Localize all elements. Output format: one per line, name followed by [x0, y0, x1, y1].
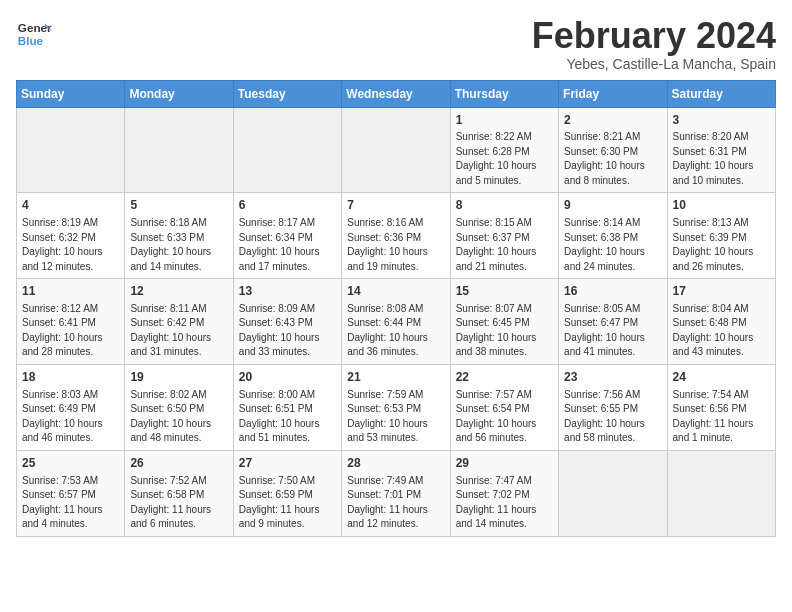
day-number: 14 [347, 283, 444, 300]
calendar-week-row: 18Sunrise: 8:03 AM Sunset: 6:49 PM Dayli… [17, 364, 776, 450]
title-area: February 2024 Yebes, Castille-La Mancha,… [532, 16, 776, 72]
day-number: 1 [456, 112, 553, 129]
calendar-cell: 8Sunrise: 8:15 AM Sunset: 6:37 PM Daylig… [450, 193, 558, 279]
day-number: 29 [456, 455, 553, 472]
day-number: 16 [564, 283, 661, 300]
day-number: 24 [673, 369, 770, 386]
month-title: February 2024 [532, 16, 776, 56]
day-info: Sunrise: 7:52 AM Sunset: 6:58 PM Dayligh… [130, 474, 227, 532]
day-number: 17 [673, 283, 770, 300]
calendar-cell: 23Sunrise: 7:56 AM Sunset: 6:55 PM Dayli… [559, 364, 667, 450]
calendar-cell: 25Sunrise: 7:53 AM Sunset: 6:57 PM Dayli… [17, 450, 125, 536]
calendar-week-row: 4Sunrise: 8:19 AM Sunset: 6:32 PM Daylig… [17, 193, 776, 279]
day-info: Sunrise: 8:20 AM Sunset: 6:31 PM Dayligh… [673, 130, 770, 188]
day-number: 5 [130, 197, 227, 214]
day-info: Sunrise: 8:03 AM Sunset: 6:49 PM Dayligh… [22, 388, 119, 446]
calendar-week-row: 1Sunrise: 8:22 AM Sunset: 6:28 PM Daylig… [17, 107, 776, 193]
calendar-cell [233, 107, 341, 193]
logo: General Blue [16, 16, 52, 52]
day-info: Sunrise: 8:16 AM Sunset: 6:36 PM Dayligh… [347, 216, 444, 274]
day-info: Sunrise: 8:07 AM Sunset: 6:45 PM Dayligh… [456, 302, 553, 360]
calendar-cell: 2Sunrise: 8:21 AM Sunset: 6:30 PM Daylig… [559, 107, 667, 193]
calendar-cell: 29Sunrise: 7:47 AM Sunset: 7:02 PM Dayli… [450, 450, 558, 536]
day-info: Sunrise: 7:57 AM Sunset: 6:54 PM Dayligh… [456, 388, 553, 446]
day-info: Sunrise: 8:17 AM Sunset: 6:34 PM Dayligh… [239, 216, 336, 274]
weekday-header: Thursday [450, 80, 558, 107]
day-number: 21 [347, 369, 444, 386]
day-info: Sunrise: 7:50 AM Sunset: 6:59 PM Dayligh… [239, 474, 336, 532]
day-number: 13 [239, 283, 336, 300]
day-info: Sunrise: 8:12 AM Sunset: 6:41 PM Dayligh… [22, 302, 119, 360]
calendar-cell: 7Sunrise: 8:16 AM Sunset: 6:36 PM Daylig… [342, 193, 450, 279]
calendar-cell: 13Sunrise: 8:09 AM Sunset: 6:43 PM Dayli… [233, 279, 341, 365]
calendar-cell: 20Sunrise: 8:00 AM Sunset: 6:51 PM Dayli… [233, 364, 341, 450]
day-number: 22 [456, 369, 553, 386]
day-info: Sunrise: 7:47 AM Sunset: 7:02 PM Dayligh… [456, 474, 553, 532]
day-number: 28 [347, 455, 444, 472]
calendar-cell: 4Sunrise: 8:19 AM Sunset: 6:32 PM Daylig… [17, 193, 125, 279]
day-number: 11 [22, 283, 119, 300]
calendar-cell: 27Sunrise: 7:50 AM Sunset: 6:59 PM Dayli… [233, 450, 341, 536]
calendar-cell [17, 107, 125, 193]
day-info: Sunrise: 8:05 AM Sunset: 6:47 PM Dayligh… [564, 302, 661, 360]
day-number: 18 [22, 369, 119, 386]
day-info: Sunrise: 7:56 AM Sunset: 6:55 PM Dayligh… [564, 388, 661, 446]
weekday-header: Tuesday [233, 80, 341, 107]
day-info: Sunrise: 8:13 AM Sunset: 6:39 PM Dayligh… [673, 216, 770, 274]
day-info: Sunrise: 8:09 AM Sunset: 6:43 PM Dayligh… [239, 302, 336, 360]
day-number: 12 [130, 283, 227, 300]
day-info: Sunrise: 8:00 AM Sunset: 6:51 PM Dayligh… [239, 388, 336, 446]
calendar-cell: 6Sunrise: 8:17 AM Sunset: 6:34 PM Daylig… [233, 193, 341, 279]
weekday-header-row: SundayMondayTuesdayWednesdayThursdayFrid… [17, 80, 776, 107]
calendar-cell [667, 450, 775, 536]
day-number: 10 [673, 197, 770, 214]
page-header: General Blue February 2024 Yebes, Castil… [16, 16, 776, 72]
day-number: 2 [564, 112, 661, 129]
calendar-cell: 28Sunrise: 7:49 AM Sunset: 7:01 PM Dayli… [342, 450, 450, 536]
calendar-cell: 10Sunrise: 8:13 AM Sunset: 6:39 PM Dayli… [667, 193, 775, 279]
calendar-cell: 18Sunrise: 8:03 AM Sunset: 6:49 PM Dayli… [17, 364, 125, 450]
day-number: 15 [456, 283, 553, 300]
day-number: 4 [22, 197, 119, 214]
weekday-header: Sunday [17, 80, 125, 107]
day-number: 3 [673, 112, 770, 129]
day-number: 27 [239, 455, 336, 472]
calendar-cell: 9Sunrise: 8:14 AM Sunset: 6:38 PM Daylig… [559, 193, 667, 279]
day-info: Sunrise: 7:49 AM Sunset: 7:01 PM Dayligh… [347, 474, 444, 532]
day-info: Sunrise: 8:21 AM Sunset: 6:30 PM Dayligh… [564, 130, 661, 188]
weekday-header: Monday [125, 80, 233, 107]
location: Yebes, Castille-La Mancha, Spain [532, 56, 776, 72]
day-number: 26 [130, 455, 227, 472]
calendar-cell [125, 107, 233, 193]
day-number: 8 [456, 197, 553, 214]
day-number: 25 [22, 455, 119, 472]
day-info: Sunrise: 7:53 AM Sunset: 6:57 PM Dayligh… [22, 474, 119, 532]
weekday-header: Wednesday [342, 80, 450, 107]
day-number: 9 [564, 197, 661, 214]
calendar-cell: 12Sunrise: 8:11 AM Sunset: 6:42 PM Dayli… [125, 279, 233, 365]
weekday-header: Saturday [667, 80, 775, 107]
day-info: Sunrise: 8:22 AM Sunset: 6:28 PM Dayligh… [456, 130, 553, 188]
calendar-table: SundayMondayTuesdayWednesdayThursdayFrid… [16, 80, 776, 537]
day-info: Sunrise: 8:11 AM Sunset: 6:42 PM Dayligh… [130, 302, 227, 360]
calendar-cell: 22Sunrise: 7:57 AM Sunset: 6:54 PM Dayli… [450, 364, 558, 450]
day-info: Sunrise: 8:19 AM Sunset: 6:32 PM Dayligh… [22, 216, 119, 274]
day-info: Sunrise: 8:04 AM Sunset: 6:48 PM Dayligh… [673, 302, 770, 360]
day-info: Sunrise: 7:59 AM Sunset: 6:53 PM Dayligh… [347, 388, 444, 446]
day-info: Sunrise: 8:08 AM Sunset: 6:44 PM Dayligh… [347, 302, 444, 360]
day-number: 20 [239, 369, 336, 386]
calendar-cell: 15Sunrise: 8:07 AM Sunset: 6:45 PM Dayli… [450, 279, 558, 365]
calendar-cell: 1Sunrise: 8:22 AM Sunset: 6:28 PM Daylig… [450, 107, 558, 193]
calendar-cell [342, 107, 450, 193]
calendar-cell: 19Sunrise: 8:02 AM Sunset: 6:50 PM Dayli… [125, 364, 233, 450]
day-info: Sunrise: 7:54 AM Sunset: 6:56 PM Dayligh… [673, 388, 770, 446]
calendar-cell: 5Sunrise: 8:18 AM Sunset: 6:33 PM Daylig… [125, 193, 233, 279]
calendar-cell: 17Sunrise: 8:04 AM Sunset: 6:48 PM Dayli… [667, 279, 775, 365]
day-number: 7 [347, 197, 444, 214]
day-info: Sunrise: 8:15 AM Sunset: 6:37 PM Dayligh… [456, 216, 553, 274]
calendar-cell: 3Sunrise: 8:20 AM Sunset: 6:31 PM Daylig… [667, 107, 775, 193]
day-number: 19 [130, 369, 227, 386]
day-info: Sunrise: 8:18 AM Sunset: 6:33 PM Dayligh… [130, 216, 227, 274]
calendar-cell: 24Sunrise: 7:54 AM Sunset: 6:56 PM Dayli… [667, 364, 775, 450]
calendar-cell: 26Sunrise: 7:52 AM Sunset: 6:58 PM Dayli… [125, 450, 233, 536]
